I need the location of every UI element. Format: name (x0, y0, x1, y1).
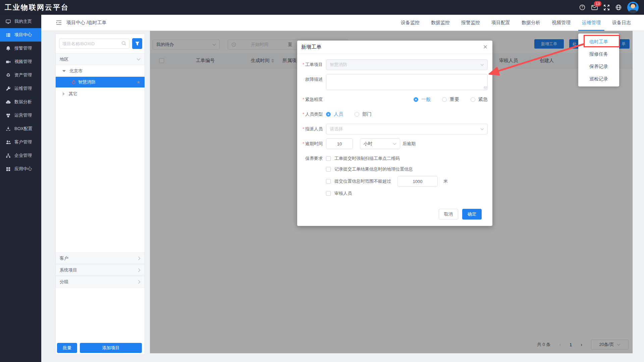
mail-badge: 13 (594, 1, 601, 6)
field-overdue: 逾期时间 小时 后逾期 (301, 138, 488, 149)
menu-item-temp-workorder[interactable]: 临时工单 (578, 36, 619, 48)
sidebar-item-operation[interactable]: 运营管理 (0, 109, 41, 122)
fullscreen-icon[interactable] (603, 4, 610, 11)
filter-button[interactable] (132, 38, 142, 49)
chevron-down-icon (393, 143, 396, 145)
field-assignee: 指派人员 请选择 (301, 124, 488, 134)
user-avatar[interactable] (627, 2, 639, 13)
cancel-button[interactable]: 取消 (439, 209, 458, 220)
sidebar-item-label: BOX配置 (14, 126, 32, 132)
menu-item-maintain-record[interactable]: 保养记录 (578, 60, 619, 73)
sidebar-item-app-center[interactable]: 应用中心 (0, 162, 41, 176)
star-icon[interactable]: ★ (136, 79, 141, 85)
caret-collapsed-icon[interactable] (63, 92, 65, 96)
menu-item-inspect-record[interactable]: 巡检记录 (578, 73, 619, 85)
nav-item-project-config[interactable]: 项目配置 (486, 15, 516, 31)
checkbox-row-scan-qr[interactable]: 工单提交时强制扫描工单点二维码 (326, 153, 488, 164)
caret-expanded-icon[interactable] (62, 70, 66, 72)
close-icon[interactable]: ✕ (483, 44, 488, 50)
sidebar-item-label: 客户管理 (14, 139, 32, 145)
top-nav-menu: 设备监控 数据监控 报警监控 项目配置 数据分析 视频管理 运维管理 设备日志 (395, 15, 637, 31)
sidebar-item-asset[interactable]: ♻ 资产管理 (0, 68, 41, 82)
sidebar-item-label: 运营管理 (14, 112, 32, 118)
breadcrumb: 项目中心 /临时工单 (66, 20, 107, 26)
checkbox[interactable] (326, 179, 331, 184)
assignee-select[interactable]: 请选择 (326, 124, 488, 134)
checkbox-row-distance-limit[interactable]: 提交位置信息时范围不能超过 米 (326, 175, 488, 188)
monitor-icon (6, 19, 11, 24)
radio-person[interactable]: 人员 (326, 111, 343, 117)
nav-item-data-analysis[interactable]: 数据分析 (516, 15, 546, 31)
checkbox[interactable] (326, 167, 331, 172)
radio-label: 部门 (362, 111, 372, 117)
sidebar-item-label: 我的主页 (14, 18, 32, 24)
section-group[interactable]: 分组 (56, 276, 145, 288)
field-label: 紧急程度 (301, 94, 323, 105)
workorder-project-select[interactable]: 智慧消防 (326, 59, 488, 70)
overdue-suffix: 后逾期 (402, 141, 416, 147)
sidebar-item-alarm[interactable]: 报警管理 (0, 42, 41, 55)
overdue-unit-select[interactable]: 小时 (360, 138, 400, 149)
circles-icon (6, 113, 11, 118)
radio-dot (471, 97, 475, 102)
modal-title: 新增工单 (301, 44, 321, 50)
field-workorder-project: 工单项目 智慧消防 (301, 59, 488, 70)
batch-button[interactable]: 批量 (57, 343, 77, 353)
fault-desc-textarea[interactable] (326, 74, 488, 90)
help-icon[interactable]: ? (579, 4, 586, 11)
section-system-project[interactable]: 系统项目 (56, 264, 145, 276)
chevron-right-icon (138, 268, 141, 272)
sidebar-item-ops[interactable]: 运维管理 (0, 82, 41, 95)
sidebar-item-enterprise[interactable]: 企业管理 (0, 149, 41, 162)
checkbox-label: 审核人员 (334, 190, 352, 196)
nav-item-video-manage[interactable]: 视频管理 (546, 15, 576, 31)
sidebar-item-box-config[interactable]: BOX配置 (0, 122, 41, 135)
collapse-menu-icon[interactable] (56, 20, 62, 25)
sidebar-item-home[interactable]: 我的主页 (0, 15, 41, 28)
fire-icon (72, 80, 76, 84)
recycle-icon: ♻ (6, 73, 11, 78)
radio-label: 紧急 (478, 97, 488, 103)
tree-node-other[interactable]: 其它 (56, 89, 145, 99)
field-maintenance: 保养要求 工单提交时强制扫描工单点二维码 记录提交工单结果信息时的地理位置信息 … (301, 153, 488, 199)
radio-normal[interactable]: 一般 (414, 97, 431, 103)
field-label: 工单项目 (301, 59, 323, 70)
tree-node-smart-fire[interactable]: 智慧消防 ★ (56, 77, 145, 87)
radio-department[interactable]: 部门 (355, 111, 372, 117)
nav-item-device-log[interactable]: 设备日志 (606, 15, 637, 31)
sidebar-item-customer[interactable]: 客户管理 (0, 135, 41, 149)
checkbox-row-reviewer[interactable]: 审核人员 (326, 188, 488, 199)
nav-item-ops-manage[interactable]: 运维管理 (576, 15, 606, 31)
nav-item-data-monitor[interactable]: 数据监控 (425, 15, 455, 31)
distance-value-input[interactable] (397, 176, 438, 187)
mail-icon[interactable]: 13 (591, 4, 598, 11)
sidebar-item-video[interactable]: 视频管理 (0, 55, 41, 68)
sidebar-item-project-center[interactable]: 项目中心 (0, 28, 41, 42)
overdue-value-input[interactable] (326, 138, 353, 149)
tree-node-beijing[interactable]: 北京市 (56, 66, 145, 76)
checkbox[interactable] (326, 191, 331, 196)
radio-important[interactable]: 重要 (442, 97, 459, 103)
checkbox-label: 工单提交时强制扫描工单点二维码 (334, 156, 400, 162)
globe-icon[interactable] (615, 4, 622, 11)
checkbox[interactable] (326, 156, 331, 161)
section-customer[interactable]: 客户 (56, 252, 145, 264)
nav-item-device-monitor[interactable]: 设备监控 (395, 15, 425, 31)
nav-item-alarm-monitor[interactable]: 报警监控 (455, 15, 486, 31)
menu-item-repair-task[interactable]: 报修任务 (578, 48, 619, 60)
section-region-label: 地区 (60, 56, 68, 62)
download-icon (6, 126, 11, 131)
sidebar-item-analytics[interactable]: 数据分析 (0, 95, 41, 109)
chevron-right-icon (138, 256, 141, 260)
radio-urgent[interactable]: 紧急 (471, 97, 488, 103)
field-person-type: 人员类型 人员 部门 (301, 109, 488, 120)
section-region[interactable]: 地区 (56, 53, 145, 65)
app-grid-icon (6, 167, 11, 172)
add-project-button[interactable]: 添加项目 (80, 343, 142, 353)
checkbox-row-geo-record[interactable]: 记录提交工单结果信息时的地理位置信息 (326, 164, 488, 175)
assignee-placeholder: 请选择 (330, 126, 343, 132)
confirm-button[interactable]: 确定 (462, 209, 482, 220)
search-icon[interactable] (121, 41, 126, 46)
sidebar-item-label: 报警管理 (14, 45, 32, 51)
search-input[interactable] (59, 39, 129, 49)
